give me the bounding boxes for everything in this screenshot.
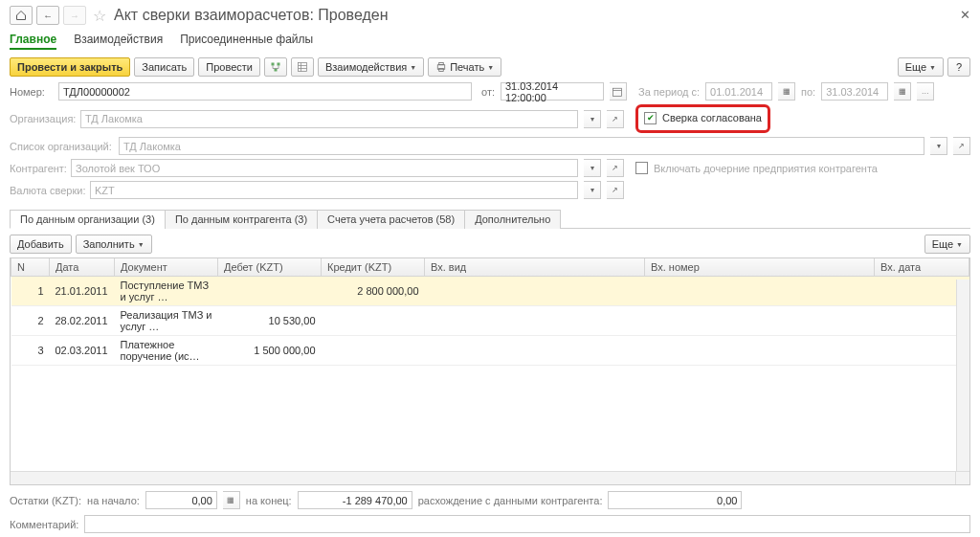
add-row-button[interactable]: Добавить: [10, 235, 72, 254]
label-comment: Комментарий:: [10, 519, 78, 530]
col-date[interactable]: Дата: [50, 258, 115, 277]
date-picker-button[interactable]: [610, 82, 627, 101]
currency-open[interactable]: ↗: [607, 181, 624, 199]
sub-tabs: По данным организации (3) По данным конт…: [10, 209, 970, 229]
balance-start-field[interactable]: 0,00: [145, 491, 217, 509]
label-discrepancy: расхождение с данными контрагента:: [418, 495, 603, 506]
grid-hscroll[interactable]: [11, 471, 969, 484]
col-num[interactable]: Вх. номер: [645, 258, 875, 277]
printer-icon: [435, 61, 447, 73]
back-button[interactable]: ←: [36, 6, 59, 25]
period-to-picker[interactable]: ▦: [894, 82, 911, 101]
more-dropdown[interactable]: Еще ▼: [898, 57, 944, 77]
agreed-highlight: ✔ Сверка согласована: [635, 104, 770, 133]
label-number: Номер:: [10, 86, 53, 98]
chevron-down-icon: ▼: [487, 64, 494, 71]
fill-dropdown[interactable]: Заполнить ▼: [76, 235, 152, 254]
structure-button[interactable]: [264, 57, 287, 77]
post-button[interactable]: Провести: [198, 57, 260, 77]
col-n[interactable]: N: [11, 258, 50, 277]
label-organization: Организация:: [10, 113, 75, 124]
number-field[interactable]: ТДЛ00000002: [58, 82, 472, 101]
svg-rect-0: [271, 63, 274, 66]
label-period-from: За период с:: [638, 86, 700, 98]
comment-field[interactable]: [84, 515, 970, 533]
include-child-checkbox[interactable]: ✔: [635, 162, 648, 174]
date-field[interactable]: 31.03.2014 12:00:00: [501, 82, 604, 101]
label-counterparty: Контрагент:: [10, 163, 65, 174]
col-debit[interactable]: Дебет (KZT): [218, 258, 322, 277]
col-vid[interactable]: Вх. вид: [425, 258, 645, 277]
table-row[interactable]: 3 02.03.2011 Платежное поручение (ис… 1 …: [11, 336, 969, 366]
label-at-start: на начало:: [87, 495, 140, 506]
chevron-down-icon: ▼: [410, 64, 416, 71]
col-vdate[interactable]: Вх. дата: [875, 258, 969, 277]
subtab-org-data[interactable]: По данным организации (3): [10, 210, 166, 229]
label-org-list: Список организаций:: [10, 141, 113, 152]
balance-start-more[interactable]: ▦: [223, 491, 240, 509]
label-currency: Валюта сверки:: [10, 185, 84, 196]
counterparty-dropdown[interactable]: ▾: [584, 159, 601, 177]
tab-main[interactable]: Главное: [10, 31, 56, 50]
label-at-end: на конец:: [246, 495, 292, 506]
label-agreed: Сверка согласована: [662, 112, 762, 123]
label-from: от:: [481, 86, 495, 98]
currency-field[interactable]: KZT: [90, 181, 578, 199]
chevron-down-icon: ▼: [929, 64, 936, 71]
currency-dropdown[interactable]: ▾: [584, 181, 601, 199]
data-grid[interactable]: N Дата Документ Дебет (KZT) Кредит (KZT)…: [10, 257, 970, 485]
section-tabs: Главное Взаимодействия Присоединенные фа…: [10, 31, 970, 50]
svg-rect-1: [277, 63, 279, 66]
org-list-field[interactable]: ТД Лакомка: [119, 137, 924, 155]
chevron-down-icon: ▼: [956, 241, 963, 248]
col-doc[interactable]: Документ: [115, 258, 218, 277]
org-list-open[interactable]: ↗: [953, 137, 970, 155]
post-close-button[interactable]: Провести и закрыть: [10, 57, 130, 77]
table-row[interactable]: 1 21.01.2011 Поступление ТМЗ и услуг … 2…: [11, 277, 969, 306]
tab-interactions[interactable]: Взаимодействия: [74, 31, 163, 50]
window-title: Акт сверки взаиморасчетов: Проведен: [114, 7, 389, 24]
close-button[interactable]: ✕: [960, 8, 970, 22]
subtab-addl[interactable]: Дополнительно: [464, 210, 561, 229]
grid-toolbar: Добавить Заполнить ▼ Еще ▼: [10, 235, 970, 254]
grid-vscroll[interactable]: [956, 280, 969, 471]
label-balance: Остатки (KZT):: [10, 495, 81, 506]
main-toolbar: Провести и закрыть Записать Провести Вза…: [10, 57, 970, 77]
organization-dropdown[interactable]: ▾: [584, 110, 601, 128]
org-list-dropdown[interactable]: ▾: [930, 137, 947, 155]
subtab-accounts[interactable]: Счета учета расчетов (58): [317, 210, 465, 229]
label-period-to: по:: [801, 86, 815, 98]
favorite-icon[interactable]: ☆: [93, 7, 106, 25]
svg-rect-5: [439, 63, 444, 65]
print-dropdown[interactable]: Печать ▼: [428, 57, 501, 77]
table-row[interactable]: 2 28.02.2011 Реализация ТМЗ и услуг … 10…: [11, 306, 969, 336]
svg-rect-2: [274, 69, 277, 72]
interactions-dropdown[interactable]: Взаимодействия ▼: [318, 57, 424, 77]
home-button[interactable]: [10, 6, 33, 25]
label-include-child: Включать дочерние предприятия контрагент…: [654, 163, 878, 174]
grid-more-dropdown[interactable]: Еще ▼: [924, 235, 970, 254]
forward-button[interactable]: →: [63, 6, 86, 25]
counterparty-open[interactable]: ↗: [607, 159, 624, 177]
period-from-picker[interactable]: ▦: [778, 82, 795, 101]
subtab-cp-data[interactable]: По данным контрагента (3): [165, 210, 318, 229]
period-from-field[interactable]: 01.01.2014: [705, 82, 772, 101]
save-button[interactable]: Записать: [134, 57, 194, 77]
tab-attachments[interactable]: Присоединенные файлы: [180, 31, 313, 50]
svg-rect-7: [613, 88, 622, 96]
col-credit[interactable]: Кредит (KZT): [322, 258, 425, 277]
period-to-field[interactable]: 31.03.2014: [821, 82, 888, 101]
counterparty-field[interactable]: Золотой век ТОО: [71, 159, 578, 177]
organization-open[interactable]: ↗: [607, 110, 624, 128]
organization-field[interactable]: ТД Лакомка: [80, 110, 578, 128]
balance-end-field[interactable]: -1 289 470,00: [298, 491, 412, 509]
agreed-checkbox[interactable]: ✔: [644, 112, 657, 124]
discrepancy-field[interactable]: 0,00: [608, 491, 742, 509]
svg-rect-3: [298, 63, 306, 72]
period-select-button[interactable]: …: [917, 82, 934, 101]
help-button[interactable]: ?: [947, 57, 970, 77]
movements-button[interactable]: [291, 57, 314, 77]
chevron-down-icon: ▼: [138, 241, 145, 248]
